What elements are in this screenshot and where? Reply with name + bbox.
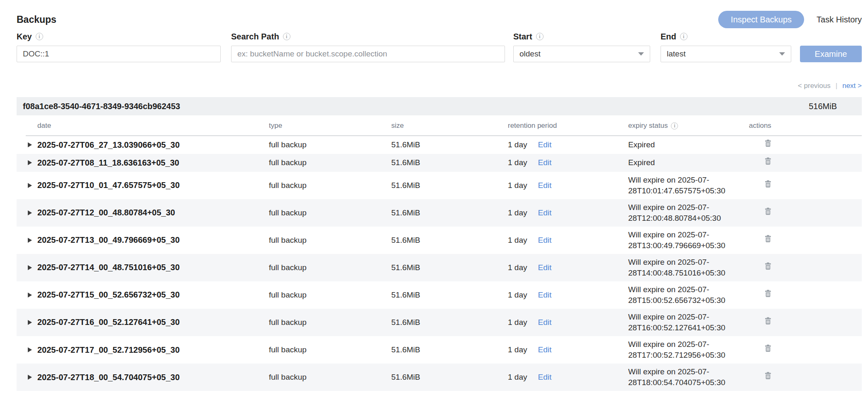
column-header-expiry-text: expiry status	[628, 122, 668, 130]
expiry-status: Will expire on 2025-07-28T18:00:54.70407…	[628, 364, 737, 391]
backup-size: 51.6MiB	[391, 314, 508, 331]
backup-type: full backup	[269, 287, 391, 303]
expand-row-icon[interactable]	[28, 142, 32, 147]
key-input[interactable]	[17, 46, 221, 62]
end-select[interactable]: latest	[661, 46, 791, 62]
edit-retention-link[interactable]: Edit	[538, 372, 551, 383]
retention-period: 1 day	[508, 372, 527, 383]
backups-page: Backups Inspect Backups Task History Key…	[17, 0, 862, 391]
info-icon[interactable]	[680, 33, 688, 40]
delete-backup-icon[interactable]	[764, 235, 772, 243]
column-header-expiry: expiry status	[628, 122, 749, 130]
search-form: Key Search Path Start oldest	[17, 32, 862, 81]
backup-type: full backup	[269, 369, 391, 386]
edit-retention-link[interactable]: Edit	[538, 157, 551, 168]
expand-row-icon[interactable]	[28, 265, 32, 270]
expand-row-icon[interactable]	[28, 183, 32, 188]
backup-date: 2025-07-27T18_00_54.704075+05_30	[37, 372, 180, 383]
column-header-type: type	[269, 122, 391, 130]
backup-date: 2025-07-27T16_00_52.127641+05_30	[37, 317, 180, 328]
table-row: 2025-07-27T06_27_13.039066+05_30full bac…	[17, 136, 862, 154]
backup-group-header: f08a1ce8-3540-4671-8349-9346cb962453 516…	[17, 97, 862, 115]
edit-retention-link[interactable]: Edit	[538, 235, 551, 246]
backup-size: 51.6MiB	[391, 369, 508, 386]
examine-button[interactable]: Examine	[800, 46, 862, 62]
info-icon[interactable]	[283, 33, 290, 40]
expiry-status: Will expire on 2025-07-28T17:00:52.71295…	[628, 336, 737, 364]
delete-backup-icon[interactable]	[764, 290, 772, 298]
backup-date: 2025-07-27T13_00_49.796669+05_30	[37, 234, 180, 246]
info-icon[interactable]	[536, 33, 544, 40]
backup-size: 51.6MiB	[391, 205, 508, 221]
retention-period: 1 day	[508, 317, 527, 328]
page-title: Backups	[17, 14, 56, 25]
delete-backup-icon[interactable]	[764, 207, 772, 215]
delete-backup-icon[interactable]	[764, 139, 772, 147]
edit-retention-link[interactable]: Edit	[538, 317, 551, 328]
backup-type: full backup	[269, 259, 391, 276]
expand-row-icon[interactable]	[28, 293, 32, 298]
column-header-actions: actions	[749, 122, 862, 130]
retention-period: 1 day	[508, 290, 527, 300]
expiry-status: Will expire on 2025-07-28T16:00:52.12764…	[628, 309, 737, 336]
search-path-label: Search Path	[231, 32, 505, 41]
start-select[interactable]: oldest	[513, 46, 650, 62]
backup-date: 2025-07-27T14_00_48.751016+05_30	[37, 262, 180, 273]
start-select-value: oldest	[519, 49, 541, 59]
info-icon[interactable]	[36, 33, 43, 40]
tab-task-history[interactable]: Task History	[817, 15, 862, 24]
view-tabs: Inspect Backups Task History	[718, 11, 862, 28]
backup-type: full backup	[269, 205, 391, 221]
expand-row-icon[interactable]	[28, 347, 32, 352]
previous-page-link[interactable]: < previous	[798, 82, 831, 90]
delete-backup-icon[interactable]	[764, 157, 772, 165]
backup-size: 51.6MiB	[391, 232, 508, 249]
backup-size: 51.6MiB	[391, 342, 508, 358]
expand-row-icon[interactable]	[28, 160, 32, 165]
backup-date: 2025-07-27T15_00_52.656732+05_30	[37, 289, 180, 300]
info-icon[interactable]	[671, 122, 678, 129]
search-path-input[interactable]	[231, 46, 505, 62]
expiry-status: Expired	[628, 154, 737, 171]
delete-backup-icon[interactable]	[764, 317, 772, 325]
table-row: 2025-07-27T10_01_47.657575+05_30full bac…	[17, 172, 862, 199]
expiry-status: Will expire on 2025-07-28T14:00:48.75101…	[628, 254, 737, 281]
start-field-group: Start oldest	[513, 32, 650, 62]
expand-row-icon[interactable]	[28, 210, 32, 215]
edit-retention-link[interactable]: Edit	[538, 262, 551, 273]
backup-date: 2025-07-27T08_11_18.636163+05_30	[37, 157, 179, 168]
edit-retention-link[interactable]: Edit	[538, 290, 551, 300]
key-field-group: Key	[17, 32, 221, 62]
table-row: 2025-07-27T13_00_49.796669+05_30full bac…	[17, 227, 862, 254]
table-row: 2025-07-27T08_11_18.636163+05_30full bac…	[17, 154, 862, 172]
column-header-date: date	[17, 122, 269, 130]
backup-type: full backup	[269, 342, 391, 358]
retention-period: 1 day	[508, 344, 527, 355]
expand-row-icon[interactable]	[28, 375, 32, 380]
edit-retention-link[interactable]: Edit	[538, 207, 551, 218]
expand-row-icon[interactable]	[28, 320, 32, 325]
edit-retention-link[interactable]: Edit	[538, 180, 551, 191]
backup-date: 2025-07-27T17_00_52.712956+05_30	[37, 344, 180, 356]
delete-backup-icon[interactable]	[764, 262, 772, 270]
retention-period: 1 day	[508, 139, 527, 150]
expiry-status: Expired	[628, 137, 737, 153]
key-label-text: Key	[17, 32, 32, 41]
next-page-link[interactable]: next >	[842, 82, 862, 90]
delete-backup-icon[interactable]	[764, 372, 772, 380]
column-header-size: size	[391, 122, 508, 130]
tab-inspect-backups[interactable]: Inspect Backups	[718, 11, 804, 28]
expiry-status: Will expire on 2025-07-28T10:01:47.65757…	[628, 172, 737, 199]
backup-size: 51.6MiB	[391, 137, 508, 153]
chevron-down-icon	[638, 52, 644, 56]
delete-backup-icon[interactable]	[764, 180, 772, 188]
expand-row-icon[interactable]	[28, 238, 32, 243]
edit-retention-link[interactable]: Edit	[538, 344, 551, 355]
start-label-text: Start	[513, 32, 532, 41]
delete-backup-icon[interactable]	[764, 344, 772, 352]
retention-period: 1 day	[508, 157, 527, 168]
edit-retention-link[interactable]: Edit	[538, 139, 551, 150]
search-path-field-group: Search Path	[231, 32, 505, 62]
backup-type: full backup	[269, 177, 391, 194]
retention-period: 1 day	[508, 235, 527, 246]
